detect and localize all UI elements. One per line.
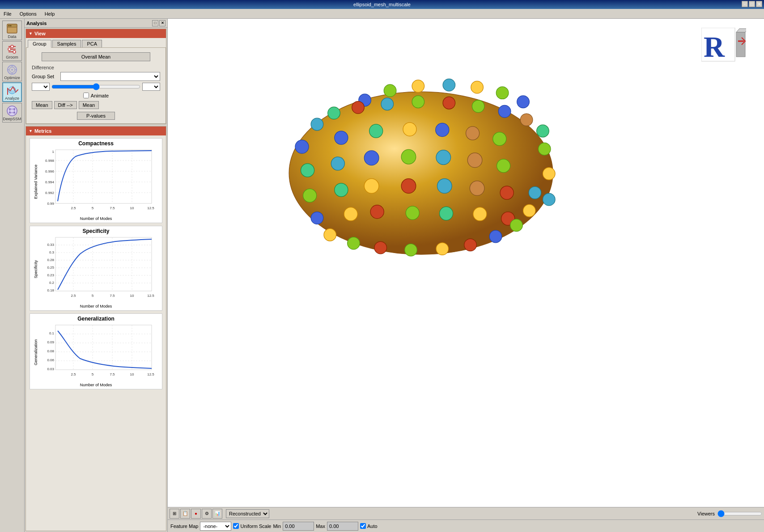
diff-button[interactable]: Diff --> [54, 101, 77, 109]
svg-point-100 [517, 96, 530, 108]
menu-options[interactable]: Options [18, 10, 38, 17]
titlebar: ellipsoid_mesh_multiscale − □ ✕ [0, 0, 764, 9]
max-input[interactable] [327, 522, 358, 531]
svg-text:0.08: 0.08 [47, 349, 54, 353]
auto-checkbox[interactable] [360, 523, 366, 529]
overall-mean-button[interactable]: Overall Mean [42, 52, 150, 61]
svg-text:0.998: 0.998 [45, 159, 55, 163]
generalization-title: Generalization [32, 316, 160, 322]
svg-point-139 [543, 168, 555, 180]
mean-left-button[interactable]: Mean [32, 101, 52, 109]
svg-point-135 [497, 159, 510, 173]
viewer-grid-button[interactable]: ⊞ [170, 509, 179, 519]
group-set-dropdown[interactable] [60, 72, 160, 81]
svg-point-143 [348, 237, 360, 249]
group-slider[interactable] [51, 83, 140, 91]
tab-samples[interactable]: Samples [52, 40, 81, 47]
metrics-section: ▼ Metrics Compactness Explained Variance [25, 126, 166, 531]
menubar: File Options Help [0, 9, 764, 19]
main-layout: Data Groom [0, 19, 764, 532]
svg-point-99 [496, 87, 509, 99]
svg-point-124 [401, 179, 416, 194]
menu-file[interactable]: File [2, 10, 13, 17]
svg-point-138 [538, 143, 551, 155]
svg-text:0.28: 0.28 [47, 258, 54, 262]
group-set-label: Group Set [32, 74, 59, 79]
animate-checkbox[interactable] [83, 93, 89, 98]
view-collapse-arrow: ▼ [29, 31, 33, 36]
viewer-record-button[interactable]: ● [191, 509, 201, 519]
svg-point-118 [369, 124, 383, 138]
maximize-button[interactable]: □ [749, 1, 755, 7]
svg-text:10: 10 [130, 294, 134, 298]
mean-right-button[interactable]: Mean [79, 101, 99, 109]
viewers-slider[interactable] [717, 510, 762, 517]
svg-text:0.09: 0.09 [47, 340, 54, 344]
viewer-copy-button[interactable]: 📋 [180, 509, 190, 519]
tool-analyze[interactable]: Analyze [2, 82, 22, 102]
svg-point-147 [464, 239, 477, 251]
generalization-svg: 0.03 0.06 0.08 0.09 0.1 2.5 5 7.5 10 12.… [40, 323, 156, 381]
svg-point-125 [406, 206, 419, 220]
svg-text:5: 5 [92, 372, 94, 376]
svg-point-106 [443, 97, 455, 109]
feature-map-label: Feature Map [170, 524, 198, 529]
svg-point-123 [401, 149, 416, 164]
panel-restore-button[interactable]: □ [152, 20, 158, 26]
left-value-dropdown[interactable] [32, 83, 50, 91]
menu-help[interactable]: Help [43, 10, 57, 17]
analyze-label: Analyze [5, 97, 19, 101]
svg-text:7.5: 7.5 [110, 206, 115, 210]
tool-optimize[interactable]: Optimize [2, 62, 22, 81]
minimize-button[interactable]: − [742, 1, 748, 7]
svg-point-122 [403, 122, 416, 136]
min-input[interactable] [283, 522, 314, 531]
metrics-section-header[interactable]: ▼ Metrics [26, 127, 166, 135]
svg-point-132 [470, 181, 484, 196]
svg-point-141 [311, 212, 323, 224]
specificity-svg: 0.18 0.2 0.23 0.25 0.28 0.3 0.33 2.5 5 7… [40, 235, 156, 302]
svg-point-114 [335, 131, 348, 144]
svg-point-151 [529, 186, 541, 199]
feature-map-bar: Feature Map -none- Uniform Scale Min Max… [168, 519, 764, 532]
svg-text:12.5: 12.5 [147, 206, 154, 210]
tool-deepssmm[interactable]: DeepSSM [2, 103, 22, 122]
svg-point-103 [352, 101, 365, 114]
specificity-y-label: Specificity [34, 260, 38, 279]
compactness-x-label: Number of Modes [32, 216, 160, 221]
uniform-scale-checkbox[interactable] [233, 523, 239, 529]
data-label: Data [8, 35, 16, 39]
feature-map-dropdown[interactable]: -none- [200, 522, 231, 531]
reconstructed-dropdown[interactable]: Reconstructed Original World [226, 509, 269, 518]
viewer-chart-button[interactable]: 📊 [212, 509, 222, 519]
compactness-chart: Compactness Explained Variance [30, 138, 162, 223]
view-section: ▼ View Group Samples PCA Overall Mean Di… [25, 29, 166, 124]
compactness-y-label: Explained Variance [34, 165, 38, 199]
difference-label: Difference [28, 64, 164, 71]
tab-pca[interactable]: PCA [82, 40, 102, 47]
right-value-dropdown[interactable] [142, 83, 160, 91]
svg-text:0.3: 0.3 [49, 250, 55, 254]
toolbar: Data Groom [0, 19, 25, 532]
auto-label: Auto [360, 523, 378, 529]
svg-text:10: 10 [130, 206, 134, 210]
svg-point-116 [335, 183, 348, 197]
svg-point-126 [436, 123, 449, 136]
view-section-header[interactable]: ▼ View [26, 29, 166, 38]
svg-point-98 [471, 81, 484, 93]
svg-text:10: 10 [130, 372, 134, 376]
tool-data[interactable]: Data [2, 21, 22, 40]
optimize-label: Optimize [4, 76, 20, 80]
specificity-x-label: Number of Modes [32, 304, 160, 308]
viewer-settings-button[interactable]: ⚙ [202, 509, 212, 519]
tabs-row: Group Samples PCA [26, 38, 166, 47]
pvalues-button[interactable]: P-values [77, 112, 115, 120]
metrics-section-label: Metrics [34, 128, 52, 134]
viewer-canvas[interactable]: R [168, 19, 764, 507]
svg-text:5: 5 [92, 206, 94, 210]
panel-close-button[interactable]: ✕ [159, 20, 166, 26]
tool-groom[interactable]: Groom [2, 41, 22, 61]
tab-group[interactable]: Group [28, 40, 51, 48]
svg-point-108 [498, 105, 511, 118]
close-button[interactable]: ✕ [756, 1, 762, 7]
